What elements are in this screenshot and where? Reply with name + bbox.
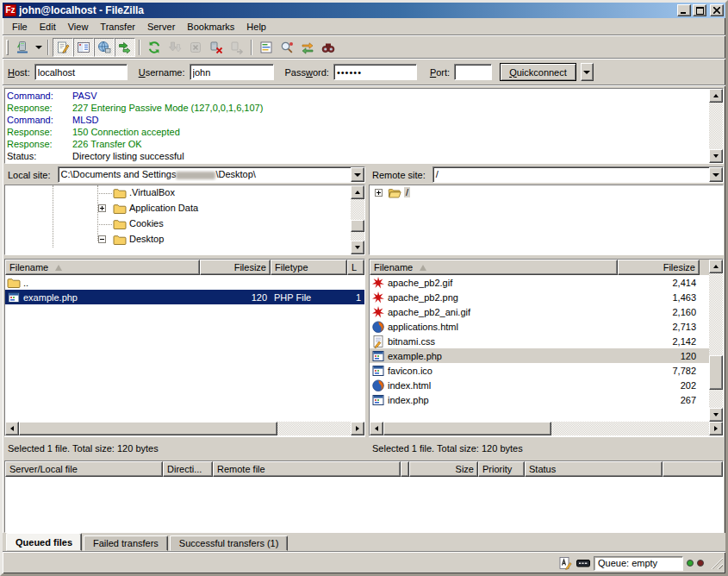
file-row[interactable]: apache_pb2_ani.gif2,160	[370, 304, 709, 319]
column-header-remotefile[interactable]: Remote file	[213, 461, 401, 477]
tree-item[interactable]: Cookies	[5, 216, 351, 232]
local-file-list[interactable]: ..example.php120PHP File1	[5, 275, 364, 422]
filters-button[interactable]	[256, 38, 277, 57]
scroll-right-button[interactable]	[709, 422, 723, 435]
scroll-down-button[interactable]	[351, 241, 364, 254]
reconnect-button[interactable]	[227, 38, 247, 57]
column-header-filename[interactable]: Filename	[370, 260, 618, 275]
toggle-remote-tree-button[interactable]	[94, 38, 115, 57]
port-input[interactable]	[454, 64, 492, 80]
username-input[interactable]	[190, 64, 274, 80]
file-row[interactable]: example.php120PHP File1	[5, 290, 364, 304]
menu-item-transfer[interactable]: Transfer	[94, 20, 141, 34]
toggle-queue-view-button[interactable]	[115, 38, 135, 57]
menu-item-bookmarks[interactable]: Bookmarks	[181, 20, 240, 34]
scroll-track[interactable]	[351, 199, 364, 241]
scroll-track[interactable]	[709, 273, 723, 408]
scroll-down-button[interactable]	[709, 408, 723, 422]
local-site-dropdown-button[interactable]	[351, 167, 364, 182]
quickconnect-button[interactable]: Quickconnect	[500, 63, 576, 81]
queue-body[interactable]	[5, 477, 723, 532]
quickconnect-dropdown-button[interactable]	[581, 63, 594, 81]
file-row[interactable]: index.html202	[370, 378, 709, 392]
scroll-right-button[interactable]	[351, 422, 364, 435]
tree-item[interactable]: .VirtualBox	[5, 185, 351, 201]
scroll-up-button[interactable]	[709, 89, 723, 103]
scroll-up-button[interactable]	[709, 260, 723, 273]
local-horizontal-scrollbar[interactable]	[5, 422, 364, 435]
scroll-track[interactable]	[19, 422, 351, 435]
column-header-filesize[interactable]: Filesize	[618, 260, 700, 275]
menu-item-file[interactable]: File	[6, 20, 34, 34]
scroll-down-button[interactable]	[709, 149, 723, 163]
local-directory-tree[interactable]: .VirtualBoxApplication DataCookiesDeskto…	[5, 185, 351, 254]
compare-button[interactable]	[277, 38, 297, 57]
tab-failed-transfers[interactable]: Failed transfers	[84, 535, 168, 551]
column-header-filename[interactable]: Filename	[5, 260, 200, 275]
remote-site-combobox[interactable]: /	[432, 166, 724, 183]
close-button[interactable]	[710, 4, 724, 16]
menu-item-edit[interactable]: Edit	[34, 20, 62, 34]
tree-item[interactable]: /	[370, 185, 723, 201]
tab-successful-transfers-[interactable]: Successful transfers (1)	[170, 535, 289, 551]
tree-item[interactable]: Application Data	[5, 201, 351, 216]
find-files-button[interactable]	[318, 38, 339, 57]
tree-expander-minus[interactable]	[98, 235, 106, 243]
scroll-track[interactable]	[383, 422, 709, 435]
scroll-thumb[interactable]	[19, 422, 277, 435]
site-manager-dropdown-button[interactable]	[33, 38, 44, 57]
toggle-log-view-button[interactable]	[53, 38, 73, 57]
sync-browsing-button[interactable]	[297, 38, 318, 57]
scroll-up-button[interactable]	[351, 185, 364, 199]
resize-grip[interactable]	[711, 557, 723, 569]
file-row[interactable]: apache_pb2.png1,463	[370, 290, 709, 304]
scroll-left-button[interactable]	[370, 422, 383, 435]
file-row[interactable]: applications.html2,713	[370, 319, 709, 334]
file-row[interactable]: bitnami.css2,142	[370, 334, 709, 348]
cancel-button[interactable]	[185, 38, 206, 57]
tree-expander-plus[interactable]	[375, 189, 383, 197]
column-header-serverlocalfile[interactable]: Server/Local file	[5, 461, 163, 477]
local-site-combobox[interactable]: C:\Documents and Settings\Desktop\	[58, 166, 365, 183]
column-header-filetype[interactable]: Filetype	[271, 260, 347, 275]
column-header-size[interactable]: Size	[409, 461, 478, 477]
file-row[interactable]: ..	[5, 275, 364, 290]
scroll-track[interactable]	[709, 103, 723, 149]
file-row[interactable]: apache_pb2.gif2,414	[370, 275, 709, 290]
remote-directory-tree[interactable]: /	[370, 185, 723, 254]
file-row[interactable]: index.php267	[370, 392, 709, 407]
title-bar[interactable]: Fz john@localhost - FileZilla	[3, 3, 725, 18]
remote-vertical-scrollbar[interactable]	[709, 260, 723, 422]
toggle-local-tree-button[interactable]	[73, 38, 94, 57]
tree-expander-plus[interactable]	[98, 204, 106, 212]
column-header-l[interactable]: L	[347, 260, 364, 275]
site-manager-button[interactable]	[12, 38, 33, 57]
scroll-left-button[interactable]	[5, 422, 19, 435]
minimize-button[interactable]	[677, 4, 691, 16]
tree-item[interactable]: Desktop	[5, 232, 351, 247]
toolbar-grip[interactable]	[6, 40, 9, 55]
remote-horizontal-scrollbar[interactable]	[370, 422, 723, 435]
scroll-thumb[interactable]	[383, 422, 551, 435]
file-row[interactable]: example.php120	[370, 348, 709, 363]
process-queue-button[interactable]	[165, 38, 185, 57]
scroll-thumb[interactable]	[709, 355, 723, 390]
column-header-blank[interactable]	[663, 461, 723, 477]
file-row[interactable]: favicon.ico7,782	[370, 363, 709, 378]
column-header-priority[interactable]: Priority	[478, 461, 525, 477]
password-input[interactable]	[333, 64, 417, 80]
disconnect-button[interactable]	[206, 38, 227, 57]
column-header-filesize[interactable]: Filesize	[200, 260, 271, 275]
menu-item-server[interactable]: Server	[141, 20, 181, 34]
column-header-status[interactable]: Status	[525, 461, 663, 477]
message-log[interactable]: Command:PASVResponse:227 Entering Passiv…	[5, 89, 709, 163]
scroll-thumb[interactable]	[351, 220, 364, 232]
maximize-button[interactable]	[693, 4, 706, 16]
log-vertical-scrollbar[interactable]	[709, 89, 723, 163]
refresh-button[interactable]	[144, 38, 165, 57]
menu-item-help[interactable]: Help	[240, 20, 272, 34]
remote-file-list[interactable]: apache_pb2.gif2,414apache_pb2.png1,463ap…	[370, 275, 709, 422]
column-header-directi[interactable]: Directi...	[163, 461, 213, 477]
local-tree-vertical-scrollbar[interactable]	[351, 185, 364, 254]
column-header-blank[interactable]	[401, 461, 409, 477]
